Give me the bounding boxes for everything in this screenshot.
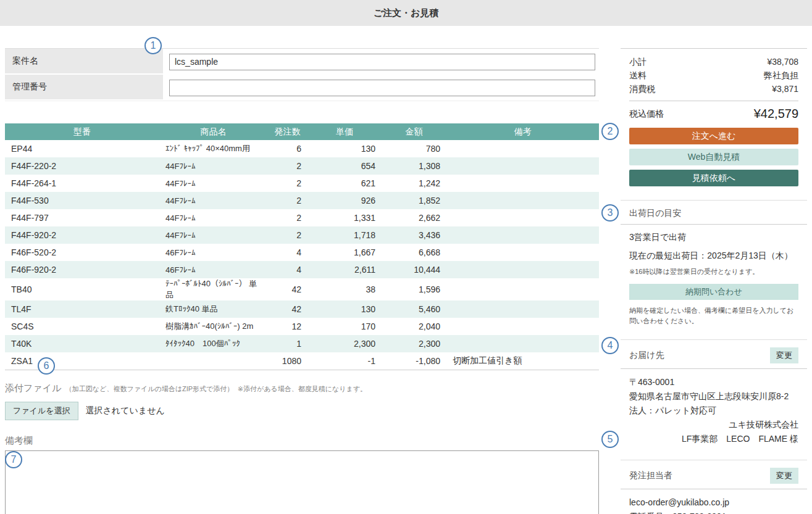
tax-value: ¥3,871 — [772, 82, 798, 96]
cell-qty: 6 — [267, 140, 308, 157]
page-header: ご注文・お見積 — [0, 0, 812, 26]
cell-unit-price: 654 — [308, 157, 382, 175]
annotation-circle-2: 2 — [601, 123, 619, 140]
delivery-change-button[interactable]: 変更 — [770, 347, 798, 363]
cell-amount: 1,596 — [382, 278, 446, 301]
cell-model: F44F-920-2 — [5, 226, 159, 244]
cell-model: EP44 — [5, 140, 159, 157]
table-row: T40Kﾀｲﾀｯｸ40 100個ﾊﾟｯｸ12,3002,300 — [5, 335, 599, 352]
cell-note — [446, 244, 599, 261]
cell-product-name: 44Fﾌﾚｰﾑ — [159, 226, 267, 244]
web-auto-quote-button[interactable]: Web自動見積 — [629, 149, 798, 165]
sidebar: 小計 ¥38,708 送料 弊社負担 消費税 ¥3,871 税込価格 ¥42,5… — [621, 48, 807, 514]
cell-model: TL4F — [5, 301, 159, 318]
subtotal-row: 小計 ¥38,708 — [629, 55, 798, 68]
management-number-input[interactable] — [169, 80, 595, 96]
orderer-email: leco-order@yukilabo.co.jp — [629, 495, 798, 510]
content: 案件名 管理番号 型番 商品名 発注数 — [0, 26, 812, 514]
orderer-title-row: 発注担当者 変更 — [621, 468, 807, 489]
cell-qty: 4 — [267, 261, 308, 278]
remarks-textarea[interactable] — [5, 450, 599, 514]
cell-note — [446, 261, 599, 278]
cell-amount: -1,080 — [382, 352, 446, 370]
project-name-row: 案件名 — [5, 49, 599, 75]
management-number-label: 管理番号 — [5, 75, 163, 101]
table-row: F44F-264-144Fﾌﾚｰﾑ26211,242 — [5, 175, 599, 192]
tax-label: 消費税 — [629, 82, 655, 96]
cell-model: F44F-530 — [5, 192, 159, 209]
cell-product-name: 鉄Tﾛｯｸ40 単品 — [159, 301, 267, 318]
cell-model: ZSA1 — [5, 352, 159, 370]
cell-product-name: ｴﾝﾄﾞ ｷｬｯﾌﾟ 40×40mm用 — [159, 140, 267, 157]
cell-qty: 1080 — [267, 352, 308, 370]
orderer-info-block: leco-order@yukilabo.co.jp 電話番号：052-739-2… — [629, 495, 798, 514]
quote-request-button[interactable]: 見積依頼へ — [629, 170, 798, 186]
table-row: SC4S樹脂溝ｶﾊﾞｰ40(ｼﾙﾊﾞｰ) 2m121702,040 — [5, 318, 599, 335]
project-name-input[interactable] — [169, 54, 595, 70]
table-row: EP44ｴﾝﾄﾞ ｷｬｯﾌﾟ 40×40mm用6130780 — [5, 140, 599, 157]
header-unit-price: 単価 — [308, 123, 382, 140]
cell-model: F46F-520-2 — [5, 244, 159, 261]
cell-unit-price: 130 — [308, 140, 382, 157]
cell-model: SC4S — [5, 318, 159, 335]
shipping-row: 送料 弊社負担 — [629, 68, 798, 82]
attachment-section: 添付ファイル （加工図など、複数ファイルの場合はZIP形式で添付） ※添付がある… — [5, 383, 599, 420]
delivery-inquiry-note: 納期を確定したい場合、備考欄に希望日を入力してお問い合わせください。 — [629, 305, 798, 326]
cell-qty: 2 — [267, 192, 308, 209]
cell-product-name: 44Fﾌﾚｰﾑ — [159, 192, 267, 209]
shipping-value: 弊社負担 — [764, 68, 798, 82]
cell-note — [446, 209, 599, 226]
cell-unit-price: 38 — [308, 278, 382, 301]
left-column: 案件名 管理番号 型番 商品名 発注数 — [5, 48, 599, 514]
product-table: 型番 商品名 発注数 単価 金額 備考 EP44ｴﾝﾄﾞ ｷｬｯﾌﾟ 40×40… — [5, 123, 599, 370]
cell-product-name — [159, 352, 267, 370]
header-row: 型番 商品名 発注数 単価 金額 備考 — [5, 123, 599, 140]
table-row: F44F-53044Fﾌﾚｰﾑ29261,852 — [5, 192, 599, 209]
cell-qty: 2 — [267, 226, 308, 244]
cell-note — [446, 175, 599, 192]
shipping-label: 送料 — [629, 68, 647, 82]
file-select-button[interactable]: ファイルを選択 — [5, 402, 78, 420]
cell-amount: 1,308 — [382, 157, 446, 175]
header-product: 商品名 — [159, 123, 267, 140]
cell-product-name: ﾃｰﾊﾟｰﾎﾞﾙﾄ40（ｼﾙﾊﾞｰ） 単品 — [159, 278, 267, 301]
orderer-title: 発注担当者 — [629, 470, 672, 481]
shipping-date-title-row: 出荷日の目安 — [621, 208, 807, 225]
cell-note — [446, 318, 599, 335]
annotation-circle-3: 3 — [601, 204, 619, 222]
orderer-change-button[interactable]: 変更 — [770, 468, 798, 484]
annotation-circle-1: 1 — [144, 37, 162, 54]
cell-model: T40K — [5, 335, 159, 352]
cell-amount: 6,668 — [382, 244, 446, 261]
delivery-address-block: 〒463-0001 愛知県名古屋市守山区上志段味安川原8-2 法人：パレット対応… — [629, 375, 798, 446]
cell-model: F44F-797 — [5, 209, 159, 226]
cell-unit-price: 2,611 — [308, 261, 382, 278]
order-quote-page: ご注文・お見積 案件名 管理番号 — [0, 0, 812, 514]
product-table-body: EP44ｴﾝﾄﾞ ｷｬｯﾌﾟ 40×40mm用6130780F44F-220-2… — [5, 140, 599, 370]
delivery-inquiry-button[interactable]: 納期問い合わせ — [629, 284, 798, 300]
cell-amount: 2,300 — [382, 335, 446, 352]
cell-qty: 12 — [267, 318, 308, 335]
delivery-title: お届け先 — [629, 350, 664, 361]
cell-amount: 1,852 — [382, 192, 446, 209]
lead-time-text: 3営業日で出荷 — [629, 232, 798, 243]
cell-amount: 5,460 — [382, 301, 446, 318]
subtotal-label: 小計 — [629, 55, 647, 68]
shipping-date-section: 出荷日の目安 3営業日で出荷 現在の最短出荷日：2025年2月13日（木） ※1… — [621, 200, 807, 326]
proceed-to-order-button[interactable]: 注文へ進む — [629, 128, 798, 144]
delivery-department: LF事業部 LECO FLAME 様 — [629, 432, 798, 446]
cell-qty: 2 — [267, 175, 308, 192]
total-label: 税込価格 — [629, 109, 664, 120]
table-row: F44F-79744Fﾌﾚｰﾑ21,3312,662 — [5, 209, 599, 226]
cell-product-name: 44Fﾌﾚｰﾑ — [159, 157, 267, 175]
cell-unit-price: 170 — [308, 318, 382, 335]
table-row: F46F-520-246Fﾌﾚｰﾑ41,6676,668 — [5, 244, 599, 261]
file-select-row: ファイルを選択 選択されていません — [5, 402, 599, 420]
table-row: TL4F鉄Tﾛｯｸ40 単品421305,460 — [5, 301, 599, 318]
cell-qty: 2 — [267, 209, 308, 226]
file-select-status: 選択されていません — [86, 405, 165, 417]
delivery-postal: 〒463-0001 — [629, 375, 798, 389]
header-model: 型番 — [5, 123, 159, 140]
cell-unit-price: 621 — [308, 175, 382, 192]
cell-note — [446, 140, 599, 157]
